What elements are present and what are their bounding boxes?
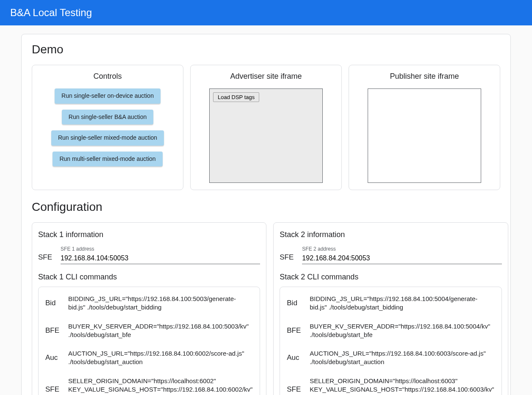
stack-1-cli-sfe-row: SFE SELLER_ORIGIN_DOMAIN="https://localh… <box>45 372 253 395</box>
run-single-seller-mixed-button[interactable]: Run single-seller mixed-mode auction <box>51 130 164 146</box>
advertiser-title: Advertiser site iframe <box>197 72 335 81</box>
stack-2-cli-sfe-label: SFE <box>287 385 300 394</box>
stack-2-cli-bfe-label: BFE <box>287 326 300 335</box>
controls-panel: Controls Run single-seller on-device auc… <box>32 65 183 190</box>
stack-1-sfe-label: SFE <box>38 253 52 264</box>
stack-2-cli-bid-cmd: BIDDING_JS_URL="https://192.168.84.100:5… <box>310 295 494 312</box>
stack-1-cli-auc-row: Auc AUCTION_JS_URL="https://192.168.84.1… <box>45 344 253 372</box>
stack-1-cli-bfe-row: BFE BUYER_KV_SERVER_ADDR="https://192.16… <box>45 317 253 345</box>
stack-1-address-group: SFE 1 address <box>61 246 260 264</box>
stack-1-cli-bid-row: Bid BIDDING_JS_URL="https://192.168.84.1… <box>45 290 253 317</box>
controls-buttons: Run single-seller on-device auction Run … <box>39 88 176 166</box>
stack-2-title: Stack 2 information <box>280 230 502 239</box>
run-single-seller-on-device-button[interactable]: Run single-seller on-device auction <box>55 88 161 104</box>
stack-1-card: Stack 1 information SFE SFE 1 address St… <box>32 222 266 395</box>
stack-2-cli-title: Stack 2 CLI commands <box>280 273 502 282</box>
stack-2-cli-auc-row: Auc AUCTION_JS_URL="https://192.168.84.1… <box>287 344 494 372</box>
stack-2-cli-card: Bid BIDDING_JS_URL="https://192.168.84.1… <box>280 287 502 395</box>
load-dsp-tags-button[interactable]: Load DSP tags <box>213 92 259 102</box>
stack-2-cli-sfe-row: SFE SELLER_ORIGIN_DOMAIN="https://localh… <box>287 372 494 395</box>
run-single-seller-ba-button[interactable]: Run single-seller B&A auction <box>62 110 153 125</box>
main-card: Demo Controls Run single-seller on-devic… <box>21 34 511 395</box>
sfe-1-address-input[interactable] <box>61 253 260 264</box>
stack-2-cli-auc-label: Auc <box>287 354 300 362</box>
stack-2-cli-bid-row: Bid BIDDING_JS_URL="https://192.168.84.1… <box>287 290 494 317</box>
stack-1-cli-sfe-label: SFE <box>45 385 59 394</box>
config-row: Stack 1 information SFE SFE 1 address St… <box>32 222 500 395</box>
stack-2-cli-bid-label: Bid <box>287 299 300 307</box>
stack-2-cli-bfe-cmd: BUYER_KV_SERVER_ADDR="https://192.168.84… <box>310 322 494 340</box>
stack-1-cli-bid-cmd: BIDDING_JS_URL="https://192.168.84.100:5… <box>68 295 253 312</box>
publisher-iframe <box>368 88 481 183</box>
publisher-title: Publisher site iframe <box>356 72 493 81</box>
stack-2-sfe-row: SFE SFE 2 address <box>280 246 502 264</box>
stack-2-cli-bfe-row: BFE BUYER_KV_SERVER_ADDR="https://192.16… <box>287 317 494 345</box>
stack-1-sfe-row: SFE SFE 1 address <box>38 246 260 264</box>
stack-2-sfe-label: SFE <box>280 253 294 264</box>
stack-1-cli-sfe-cmd: SELLER_ORIGIN_DOMAIN="https://localhost:… <box>68 377 253 395</box>
demo-section-title: Demo <box>32 43 500 56</box>
stack-2-address-label: SFE 2 address <box>302 246 502 252</box>
main-content: Demo Controls Run single-seller on-devic… <box>0 25 532 395</box>
stack-1-cli-bfe-label: BFE <box>45 326 59 335</box>
stack-2-card: Stack 2 information SFE SFE 2 address St… <box>273 222 508 395</box>
app-header: B&A Local Testing <box>0 0 532 25</box>
stack-1-cli-bid-label: Bid <box>45 299 59 307</box>
sfe-2-address-input[interactable] <box>302 253 502 264</box>
stack-2-cli-auc-cmd: AUCTION_JS_URL="https://192.168.84.100:6… <box>310 349 494 367</box>
stack-1-cli-card: Bid BIDDING_JS_URL="https://192.168.84.1… <box>38 287 260 395</box>
advertiser-panel: Advertiser site iframe Load DSP tags <box>190 65 342 190</box>
stack-1-cli-title: Stack 1 CLI commands <box>38 273 260 282</box>
stack-2-address-group: SFE 2 address <box>302 246 502 264</box>
stack-2-cli-sfe-cmd: SELLER_ORIGIN_DOMAIN="https://localhost:… <box>310 377 494 395</box>
stack-1-title: Stack 1 information <box>38 230 260 239</box>
advertiser-iframe: Load DSP tags <box>209 88 323 183</box>
demo-row: Controls Run single-seller on-device auc… <box>32 65 500 190</box>
config-section-title: Configuration <box>32 200 500 214</box>
controls-title: Controls <box>39 72 176 81</box>
publisher-panel: Publisher site iframe <box>349 65 500 190</box>
stack-1-cli-bfe-cmd: BUYER_KV_SERVER_ADDR="https://192.168.84… <box>68 322 253 340</box>
run-multi-seller-mixed-button[interactable]: Run multi-seller mixed-mode auction <box>53 152 162 167</box>
stack-1-cli-auc-label: Auc <box>45 354 59 362</box>
stack-1-cli-auc-cmd: AUCTION_JS_URL="https://192.168.84.100:6… <box>68 349 253 367</box>
stack-1-address-label: SFE 1 address <box>61 246 260 252</box>
app-title: B&A Local Testing <box>10 7 92 18</box>
